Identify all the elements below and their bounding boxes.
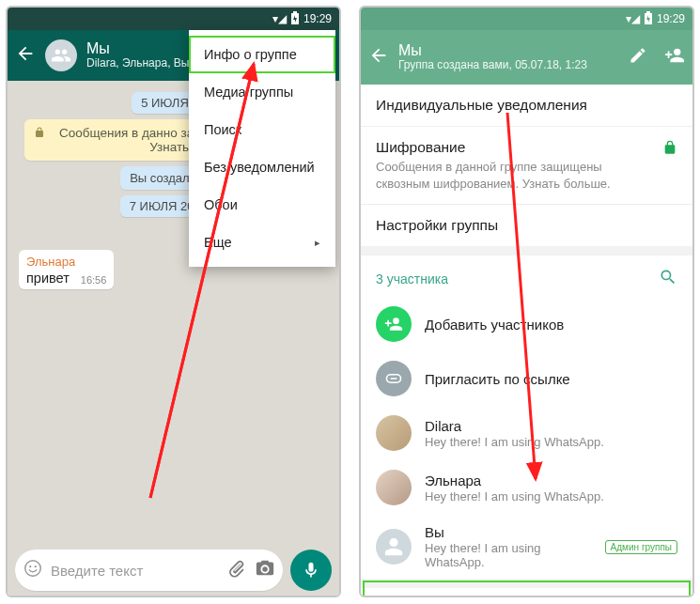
- message-input[interactable]: Введите текст: [15, 550, 283, 591]
- group-subtitle: Группа создана вами, 05.07.18, 1:23: [398, 59, 619, 72]
- signal-icon: ▾◢: [626, 12, 640, 25]
- camera-icon[interactable]: [255, 558, 275, 582]
- participants-header: 3 участника: [361, 246, 692, 297]
- annotation-highlight: [200, 28, 345, 70]
- group-info-app-bar: Мы Группа создана вами, 05.07.18, 1:23: [361, 30, 692, 85]
- svg-point-1: [29, 565, 31, 567]
- mic-button[interactable]: [290, 550, 332, 591]
- row-exit-group[interactable]: Выйти из группы: [361, 579, 692, 596]
- chevron-right-icon: ▸: [315, 237, 320, 249]
- menu-mute[interactable]: Без уведомлений: [189, 148, 335, 186]
- group-info-content: Индивидуальные уведомления Шифрование Со…: [361, 85, 692, 596]
- avatar: [376, 529, 412, 565]
- row-member-dilara[interactable]: Dilara Hey there! I am using WhatsApp.: [361, 406, 692, 460]
- battery-icon: [290, 11, 300, 27]
- phone-group-info-screen: ▾◢ 19:29 Мы Группа создана вами, 05.07.1…: [359, 6, 694, 597]
- row-group-settings[interactable]: Настройки группы: [361, 205, 692, 246]
- status-bar: ▾◢ 19:29: [361, 8, 692, 30]
- menu-search[interactable]: Поиск: [189, 111, 335, 148]
- group-title-block: Мы Группа создана вами, 05.07.18, 1:23: [398, 42, 619, 72]
- back-icon[interactable]: [15, 43, 36, 68]
- add-person-icon: [376, 306, 412, 342]
- battery-icon: [644, 11, 653, 27]
- avatar: [376, 415, 412, 451]
- group-avatar[interactable]: [45, 39, 77, 71]
- avatar: [376, 470, 412, 505]
- attach-icon[interactable]: [226, 558, 247, 582]
- menu-group-media[interactable]: Медиа группы: [189, 73, 335, 111]
- menu-wallpaper[interactable]: Обои: [189, 186, 335, 224]
- row-member-elnara[interactable]: Эльнара Hey there! I am using WhatsApp.: [361, 460, 692, 515]
- lock-icon: [34, 126, 45, 142]
- svg-point-2: [35, 565, 37, 567]
- link-icon: [376, 361, 412, 396]
- back-icon[interactable]: [368, 45, 389, 70]
- row-add-participants[interactable]: Добавить участников: [361, 297, 692, 351]
- phone-chat-screen: ▾◢ 19:29 Мы Dilara, Эльнара, Вы 5 ИЮЛЯ 2…: [6, 6, 341, 597]
- row-encryption[interactable]: Шифрование Сообщения в данной группе защ…: [361, 127, 692, 205]
- svg-point-3: [262, 566, 268, 572]
- signal-icon: ▾◢: [272, 12, 287, 25]
- incoming-sender: Эльнара: [26, 255, 106, 269]
- admin-badge: Админ группы: [605, 540, 677, 554]
- row-invite-link[interactable]: Пригласить по ссылке: [361, 351, 692, 406]
- svg-point-0: [25, 561, 41, 577]
- lock-icon: [662, 139, 677, 160]
- group-title: Мы: [398, 42, 619, 59]
- status-bar: ▾◢ 19:29: [8, 8, 339, 30]
- status-time: 19:29: [657, 12, 685, 25]
- message-input-bar: Введите текст: [8, 545, 339, 596]
- menu-more[interactable]: Еще ▸: [189, 224, 335, 261]
- search-icon[interactable]: [659, 268, 677, 289]
- emoji-icon[interactable]: [23, 558, 43, 582]
- incoming-message[interactable]: Эльнара привет 16:56: [19, 250, 114, 289]
- row-individual-notifications[interactable]: Индивидуальные уведомления: [361, 85, 692, 127]
- row-member-you[interactable]: Вы Hey there! I am using WhatsApp. Админ…: [361, 515, 692, 579]
- add-person-icon[interactable]: [664, 45, 685, 70]
- input-placeholder: Введите текст: [51, 563, 219, 579]
- edit-icon[interactable]: [629, 46, 647, 69]
- status-time: 19:29: [303, 12, 332, 25]
